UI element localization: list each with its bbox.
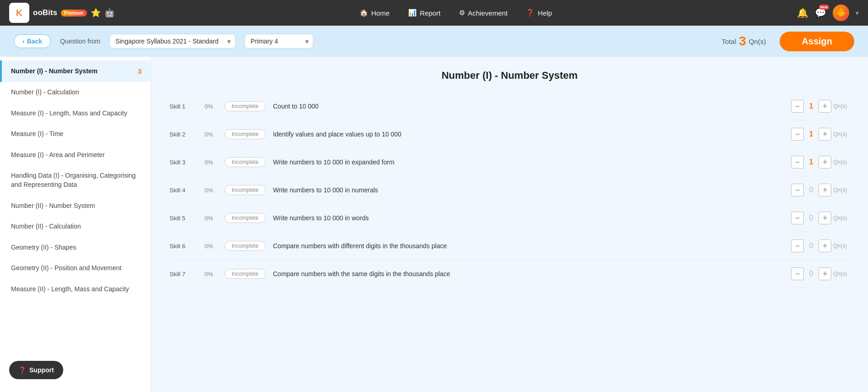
sidebar-item-measure-i-area[interactable]: Measure (I) - Area and Perimeter bbox=[0, 145, 151, 166]
nav-help[interactable]: ❓ Help bbox=[526, 9, 552, 17]
qty-control: − 0 + Qn(s) bbox=[791, 240, 850, 252]
skill-label: Skill 4 bbox=[169, 187, 193, 194]
achievement-icon: ⚙ bbox=[459, 9, 465, 17]
qty-plus-button[interactable]: + bbox=[819, 156, 831, 169]
sidebar-item-num-i-calculation[interactable]: Number (I) - Calculation bbox=[0, 82, 151, 103]
question-from-label: Question from bbox=[60, 38, 100, 45]
section-title: Number (I) - Number System bbox=[169, 70, 850, 82]
logo-text: ooBits bbox=[33, 8, 57, 17]
total-label: Total bbox=[722, 38, 737, 45]
sidebar-item-label: Measure (I) - Time bbox=[11, 130, 63, 139]
qty-control: − 1 + Qn(s) bbox=[791, 128, 850, 141]
qty-minus-button[interactable]: − bbox=[791, 240, 804, 252]
skill-pct: 0% bbox=[201, 131, 217, 138]
assign-button[interactable]: Assign bbox=[780, 32, 854, 51]
back-label: Back bbox=[27, 38, 42, 45]
nav-report[interactable]: 📊 Report bbox=[408, 9, 441, 17]
help-label: Help bbox=[538, 9, 552, 17]
qty-minus-button[interactable]: − bbox=[791, 156, 804, 169]
sidebar-item-measure-ii-length[interactable]: Measure (II) - Length, Mass and Capacity bbox=[0, 279, 151, 300]
qty-minus-button[interactable]: − bbox=[791, 212, 804, 224]
skill-label: Skill 6 bbox=[169, 243, 193, 250]
support-button[interactable]: ❓ Support bbox=[9, 361, 63, 379]
skill-pct: 0% bbox=[201, 187, 217, 194]
qns-label: Qn(s) bbox=[833, 103, 850, 109]
subheader: ‹ Back Question from Singapore Syllabus … bbox=[0, 26, 868, 57]
sidebar-item-num-ii-number-system[interactable]: Number (II) - Number System bbox=[0, 196, 151, 217]
avatar[interactable]: 🐥 bbox=[833, 5, 849, 21]
level-select[interactable]: Primary 4 Primary 3 Primary 5 bbox=[245, 34, 313, 49]
qty-plus-button[interactable]: + bbox=[819, 100, 831, 113]
content-area: Number (I) - Number System Skill 1 0% In… bbox=[151, 57, 868, 392]
qty-minus-button[interactable]: − bbox=[791, 100, 804, 113]
qty-plus-button[interactable]: + bbox=[819, 240, 831, 252]
message-icon[interactable]: 💬 New bbox=[815, 7, 826, 18]
status-badge: Incomplete bbox=[224, 129, 266, 139]
qty-plus-button[interactable]: + bbox=[819, 212, 831, 224]
status-badge: Incomplete bbox=[224, 185, 266, 195]
nav-achievement[interactable]: ⚙ Achievement bbox=[459, 9, 508, 17]
skill-label: Skill 2 bbox=[169, 131, 193, 138]
status-badge: Incomplete bbox=[224, 269, 266, 279]
premium-badge: Premium bbox=[61, 10, 87, 16]
qty-number: 1 bbox=[804, 130, 819, 138]
sidebar-item-label: Number (II) - Number System bbox=[11, 201, 95, 211]
skill-row: Skill 4 0% Incomplete Write numbers to 1… bbox=[169, 176, 850, 204]
skill-row: Skill 7 0% Incomplete Compare numbers wi… bbox=[169, 260, 850, 288]
sidebar-item-geometry-ii-position[interactable]: Geometry (II) - Position and Movement bbox=[0, 258, 151, 279]
sidebar-item-count: 3 bbox=[138, 66, 142, 76]
qty-number: 0 bbox=[804, 242, 819, 250]
support-icon: ❓ bbox=[18, 366, 26, 374]
skill-name: Count to 10 000 bbox=[273, 103, 784, 110]
qty-control: − 0 + Qn(s) bbox=[791, 267, 850, 280]
back-button[interactable]: ‹ Back bbox=[14, 34, 51, 48]
status-badge: Incomplete bbox=[224, 157, 266, 167]
qty-plus-button[interactable]: + bbox=[819, 184, 831, 196]
report-icon: 📊 bbox=[408, 9, 417, 17]
qns-label: Qn(s) bbox=[833, 243, 850, 249]
nav-links: 🏠 Home 📊 Report ⚙ Achievement ❓ Help bbox=[115, 9, 797, 17]
sidebar-item-geometry-ii-shapes[interactable]: Geometry (II) - Shapes bbox=[0, 237, 151, 258]
qty-minus-button[interactable]: − bbox=[791, 184, 804, 196]
skill-row: Skill 2 0% Incomplete Identify values an… bbox=[169, 120, 850, 148]
qty-number: 0 bbox=[804, 270, 819, 278]
notification-bell-icon[interactable]: 🔔 bbox=[797, 7, 808, 18]
sidebar: Number (I) - Number System3Number (I) - … bbox=[0, 57, 151, 392]
help-icon: ❓ bbox=[526, 9, 535, 17]
syllabus-select-wrapper: Singapore Syllabus 2021 - Standard Singa… bbox=[109, 34, 235, 49]
sidebar-item-label: Measure (II) - Length, Mass and Capacity bbox=[11, 285, 129, 294]
skill-pct: 0% bbox=[201, 271, 217, 278]
home-icon: 🏠 bbox=[360, 9, 368, 17]
qns-label: Qn(s) bbox=[833, 271, 850, 277]
qty-plus-button[interactable]: + bbox=[819, 128, 831, 141]
qty-minus-button[interactable]: − bbox=[791, 128, 804, 141]
qns-label: Qn(s) bbox=[833, 159, 850, 165]
top-navigation: K ooBits Premium ⭐ 🤖 🏠 Home 📊 Report ⚙ A… bbox=[0, 0, 868, 26]
sidebar-item-measure-i-length[interactable]: Measure (I) - Length, Mass and Capacity bbox=[0, 103, 151, 124]
sidebar-item-measure-i-time[interactable]: Measure (I) - Time bbox=[0, 124, 151, 145]
sidebar-item-num-ii-calculation[interactable]: Number (II) - Calculation bbox=[0, 216, 151, 237]
status-badge: Incomplete bbox=[224, 101, 266, 111]
level-select-wrapper: Primary 4 Primary 3 Primary 5 ▾ bbox=[245, 34, 313, 49]
logo-k-letter: K bbox=[16, 8, 22, 18]
skill-label: Skill 3 bbox=[169, 159, 193, 166]
skill-row: Skill 6 0% Incomplete Compare numbers wi… bbox=[169, 232, 850, 260]
skill-name: Identify values and place values up to 1… bbox=[273, 131, 784, 138]
qty-plus-button[interactable]: + bbox=[819, 267, 831, 280]
chevron-down-icon[interactable]: ▾ bbox=[856, 10, 859, 16]
qty-number: 0 bbox=[804, 186, 819, 194]
sidebar-item-label: Number (I) - Number System bbox=[11, 67, 98, 76]
logo-area: K ooBits Premium ⭐ 🤖 bbox=[9, 3, 115, 23]
sidebar-item-handling-data[interactable]: Handling Data (I) - Organising, Categori… bbox=[0, 165, 151, 195]
qty-control: − 1 + Qn(s) bbox=[791, 156, 850, 169]
qty-minus-button[interactable]: − bbox=[791, 267, 804, 280]
syllabus-select[interactable]: Singapore Syllabus 2021 - Standard Singa… bbox=[109, 34, 235, 49]
logo-box[interactable]: K bbox=[9, 3, 29, 23]
sidebar-item-label: Number (II) - Calculation bbox=[11, 222, 81, 231]
sidebar-item-num-i-number-system[interactable]: Number (I) - Number System3 bbox=[0, 60, 151, 82]
nav-icons: 🔔 💬 New 🐥 ▾ bbox=[797, 5, 859, 21]
skill-name: Compare numbers with the same digits in … bbox=[273, 270, 784, 278]
nav-home[interactable]: 🏠 Home bbox=[360, 9, 390, 17]
star-icon: ⭐ bbox=[91, 8, 101, 18]
qty-control: − 0 + Qn(s) bbox=[791, 212, 850, 224]
